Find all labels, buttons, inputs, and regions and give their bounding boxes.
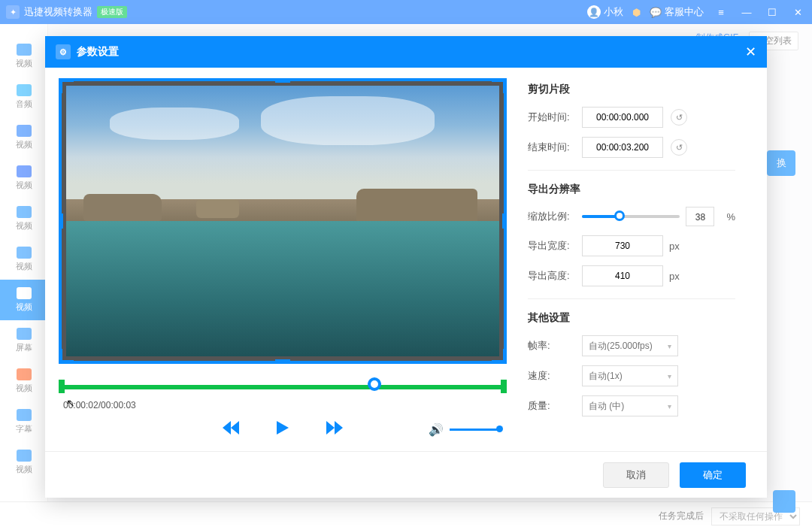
modal-footer: 取消 确定 bbox=[45, 451, 767, 498]
crop-handle-left[interactable] bbox=[60, 214, 63, 229]
start-time-label: 开始时间: bbox=[528, 111, 582, 124]
crop-handle-top[interactable] bbox=[275, 80, 290, 83]
forward-button[interactable] bbox=[326, 421, 343, 438]
settings-modal: ⚙ 参数设置 ✕ bbox=[45, 36, 767, 498]
playback-controls: 🔊 bbox=[59, 421, 507, 438]
cancel-button[interactable]: 取消 bbox=[603, 462, 669, 488]
width-unit: px bbox=[669, 241, 680, 252]
settings-pane: 剪切片段 开始时间: ↺ 结束时间: ↺ 导出分辨率 缩放比例: bbox=[520, 68, 753, 451]
height-input[interactable] bbox=[582, 265, 663, 286]
chevron-down-icon: ▾ bbox=[668, 342, 671, 350]
close-modal-button[interactable]: ✕ bbox=[745, 44, 756, 60]
crop-handle-right[interactable] bbox=[502, 214, 505, 229]
fps-label: 帧率: bbox=[528, 339, 582, 353]
volume-slider[interactable] bbox=[450, 429, 499, 431]
modal-title: 参数设置 bbox=[77, 45, 119, 59]
crop-handle-bl[interactable] bbox=[60, 349, 74, 362]
volume-icon: 🔊 bbox=[429, 422, 444, 437]
modal-header: ⚙ 参数设置 ✕ bbox=[45, 36, 767, 68]
width-label: 导出宽度: bbox=[528, 239, 582, 253]
end-time-input[interactable] bbox=[582, 137, 663, 158]
chevron-down-icon: ▾ bbox=[668, 372, 671, 380]
height-unit: px bbox=[669, 271, 680, 282]
speed-label: 速度: bbox=[528, 369, 582, 383]
scale-slider[interactable]: 38 % bbox=[582, 207, 735, 226]
crop-handle-br[interactable] bbox=[492, 349, 505, 362]
quality-select[interactable]: 自动 (中)▾ bbox=[582, 395, 678, 416]
resolution-section-title: 导出分辨率 bbox=[528, 183, 735, 196]
preview-pane: ↖ 00:00:02/00:00:03 🔊 bbox=[45, 68, 520, 451]
timecode: 00:00:02/00:00:03 bbox=[63, 400, 507, 410]
crop-handle-bottom[interactable] bbox=[275, 359, 290, 362]
crop-handle-tl[interactable] bbox=[60, 80, 74, 93]
end-time-label: 结束时间: bbox=[528, 141, 582, 154]
preview-image bbox=[66, 86, 499, 356]
reset-end-button[interactable]: ↺ bbox=[671, 139, 687, 156]
trim-handle-end[interactable] bbox=[501, 380, 507, 393]
timeline[interactable]: ↖ bbox=[59, 380, 507, 392]
clip-section-title: 剪切片段 bbox=[528, 83, 735, 96]
crop-handle-tr[interactable] bbox=[492, 80, 505, 93]
settings-icon: ⚙ bbox=[56, 44, 71, 59]
play-button[interactable] bbox=[277, 421, 289, 438]
chevron-down-icon: ▾ bbox=[668, 402, 671, 410]
volume-control[interactable]: 🔊 bbox=[429, 422, 499, 437]
height-label: 导出高度: bbox=[528, 269, 582, 283]
reset-start-button[interactable]: ↺ bbox=[671, 109, 687, 126]
scale-label: 缩放比例: bbox=[528, 210, 582, 223]
start-time-input[interactable] bbox=[582, 107, 663, 128]
other-section-title: 其他设置 bbox=[528, 311, 735, 325]
scale-unit: % bbox=[726, 211, 735, 223]
scale-value[interactable]: 38 bbox=[686, 207, 714, 226]
fps-select[interactable]: 自动(25.000fps)▾ bbox=[582, 335, 678, 356]
cursor-icon: ↖ bbox=[66, 397, 75, 409]
quality-label: 质量: bbox=[528, 399, 582, 413]
speed-select[interactable]: 自动(1x)▾ bbox=[582, 365, 678, 386]
width-input[interactable] bbox=[582, 235, 663, 256]
trim-handle-start[interactable] bbox=[59, 380, 65, 393]
modal-overlay: ⚙ 参数设置 ✕ bbox=[0, 0, 812, 530]
ok-button[interactable]: 确定 bbox=[680, 462, 746, 488]
rewind-button[interactable] bbox=[223, 421, 239, 438]
video-preview[interactable] bbox=[59, 78, 507, 364]
